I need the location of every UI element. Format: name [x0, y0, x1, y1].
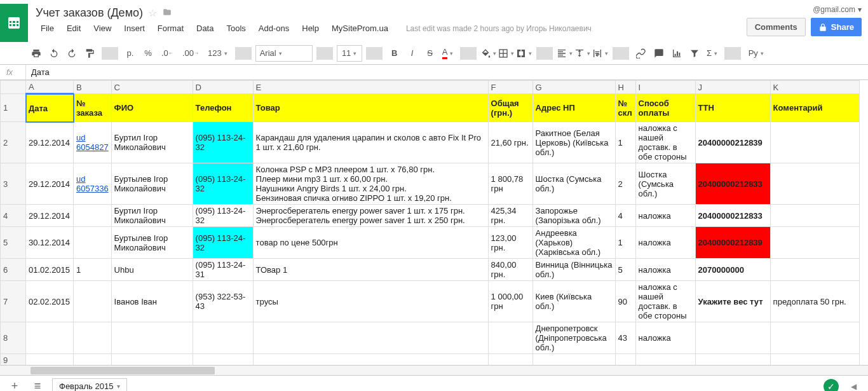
chart-icon[interactable] — [668, 45, 685, 62]
cell[interactable]: наложка — [635, 322, 695, 354]
currency-format[interactable]: р. — [122, 45, 139, 62]
cell[interactable]: (095) 113-24-32 — [193, 122, 253, 163]
strike-button[interactable]: S — [422, 45, 438, 62]
menu-insert[interactable]: Insert — [119, 22, 150, 34]
col-header[interactable]: K — [770, 81, 859, 94]
folder-icon[interactable] — [162, 8, 172, 18]
cell[interactable]: 1 — [615, 227, 635, 259]
all-sheets-button[interactable]: ≡ — [29, 378, 46, 392]
cell[interactable]: наложка — [635, 259, 695, 281]
col-header[interactable] — [1, 81, 26, 94]
print-icon[interactable] — [28, 45, 44, 62]
cell[interactable]: Шостка (Сумська обл.) — [532, 163, 615, 205]
menu-file[interactable]: File — [36, 22, 59, 34]
scrollbar-thumb[interactable] — [31, 367, 215, 374]
valign-icon[interactable] — [574, 45, 591, 62]
star-icon[interactable]: ☆ — [148, 7, 157, 19]
header-cell[interactable]: ТТН — [695, 94, 770, 122]
size-select[interactable]: 11 — [337, 45, 362, 62]
col-header[interactable]: C — [111, 81, 193, 94]
cell[interactable]: Шостка (Сумська обл.) — [635, 163, 695, 205]
header-cell[interactable]: Дата — [26, 94, 74, 122]
cell[interactable] — [488, 354, 532, 366]
menu-tools[interactable]: Tools — [221, 22, 250, 34]
row-header[interactable]: 7 — [1, 281, 26, 322]
cell[interactable] — [26, 322, 74, 354]
cell[interactable]: 4 — [615, 205, 635, 227]
cell[interactable] — [253, 322, 488, 354]
cell[interactable] — [695, 354, 770, 366]
row-header[interactable]: 1 — [1, 94, 26, 122]
borders-icon[interactable] — [498, 45, 515, 62]
cell[interactable]: 123,00 грн. — [488, 227, 532, 259]
cell[interactable] — [74, 205, 112, 227]
last-edit-text[interactable]: Last edit was made 2 hours ago by Игорь … — [401, 23, 597, 34]
header-cell[interactable]: Телефон — [193, 94, 253, 122]
horizontal-scrollbar[interactable] — [0, 365, 868, 375]
cell[interactable] — [770, 163, 859, 205]
cell[interactable]: 29.12.2014 — [26, 205, 74, 227]
wrap-icon[interactable] — [592, 45, 609, 62]
percent-format[interactable]: % — [140, 45, 156, 62]
cell[interactable] — [635, 354, 695, 366]
cell[interactable] — [193, 354, 253, 366]
cell[interactable] — [532, 354, 615, 366]
input-lang[interactable]: Py — [745, 45, 768, 62]
comments-button[interactable]: Comments — [747, 18, 806, 36]
cell[interactable]: наложка — [635, 205, 695, 227]
cell[interactable]: 43 — [615, 322, 635, 354]
header-cell[interactable]: Способ оплаты — [635, 94, 695, 122]
share-button[interactable]: Share — [811, 18, 862, 36]
cell[interactable]: Іванов Іван — [111, 281, 193, 322]
row-header[interactable]: 6 — [1, 259, 26, 281]
cell[interactable] — [770, 322, 859, 354]
cell[interactable]: Буртил Ігор Миколайович — [111, 205, 193, 227]
bold-button[interactable]: B — [386, 45, 403, 62]
cell[interactable]: товар по цене 500грн — [253, 227, 488, 259]
fill-color-icon[interactable] — [480, 45, 497, 62]
menu-data[interactable]: Data — [191, 22, 219, 34]
formula-value[interactable]: Дата — [31, 67, 50, 77]
functions-icon[interactable]: Σ — [704, 45, 721, 62]
cell[interactable]: Буртил Ігор Миколайович — [111, 122, 193, 163]
add-sheet-button[interactable]: + — [6, 378, 23, 392]
cell[interactable] — [770, 354, 859, 366]
cell[interactable]: Укажите вес тут — [695, 281, 770, 322]
cell[interactable]: (095) 113-24-32 — [193, 163, 253, 205]
cell[interactable]: трусы — [253, 281, 488, 322]
status-ok-icon[interactable]: ✓ — [824, 379, 839, 392]
col-header[interactable]: B — [74, 81, 112, 94]
cell[interactable]: Буртылев Ігор Миколайович — [111, 163, 193, 205]
cell[interactable]: 20400000212839 — [695, 122, 770, 163]
redo-icon[interactable] — [64, 45, 80, 62]
col-header[interactable]: E — [253, 81, 488, 94]
paint-icon[interactable] — [81, 45, 98, 62]
explore-button[interactable]: ◀ — [845, 378, 862, 392]
filter-icon[interactable] — [686, 45, 703, 62]
cell[interactable]: 29.12.2014 — [26, 122, 74, 163]
menu-help[interactable]: Help — [297, 22, 324, 34]
cell[interactable]: 840,00 грн. — [488, 259, 532, 281]
cell[interactable]: Днепропетровск (Дніпропетровська обл.) — [532, 322, 615, 354]
cell[interactable]: 5 — [615, 259, 635, 281]
sheets-logo[interactable] — [0, 4, 28, 42]
menu-mysiteprom[interactable]: MySiteProm.ua — [327, 22, 393, 34]
cell[interactable]: 1 000,00 грн — [488, 281, 532, 322]
row-header[interactable]: 3 — [1, 163, 26, 205]
cell[interactable]: Буртылев Ігор Миколайович — [111, 227, 193, 259]
cell[interactable]: 1 — [615, 122, 635, 163]
cell[interactable]: 2070000000 — [695, 259, 770, 281]
col-header[interactable]: H — [615, 81, 635, 94]
cell[interactable]: 20400000212839 — [695, 227, 770, 259]
cell[interactable] — [193, 322, 253, 354]
cell[interactable]: наложка с нашей доставк. в обе стороны — [635, 122, 695, 163]
cell[interactable]: Энергосберегатель energy power saver 1 ш… — [253, 205, 488, 227]
header-cell[interactable]: Адрес НП — [532, 94, 615, 122]
cell[interactable]: предоплата 50 грн. — [770, 281, 859, 322]
cell[interactable]: Киев (Київська обл.) — [532, 281, 615, 322]
cell[interactable] — [770, 122, 859, 163]
font-select[interactable]: Arial — [255, 45, 313, 62]
sheet-tab[interactable]: Февраль 2015▾ — [52, 378, 127, 391]
menu-addons[interactable]: Add-ons — [254, 22, 294, 34]
cell[interactable] — [770, 227, 859, 259]
